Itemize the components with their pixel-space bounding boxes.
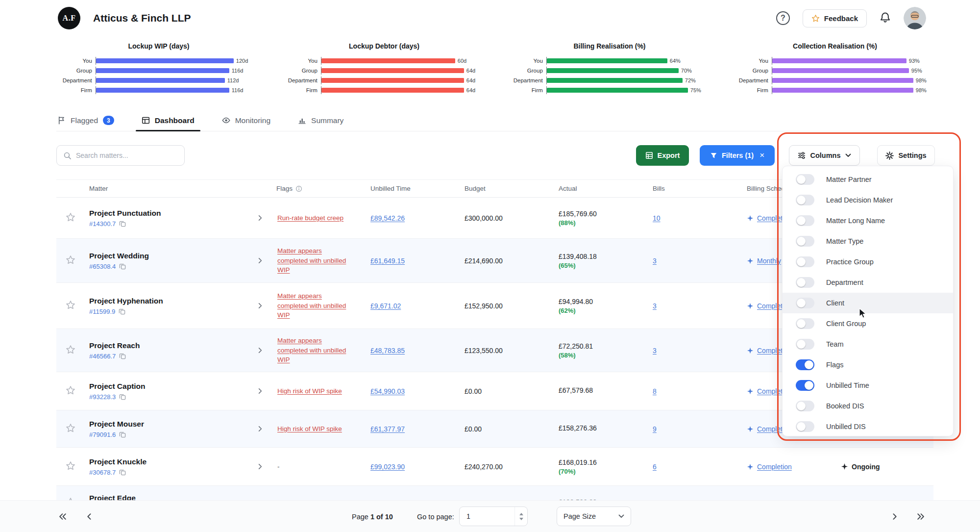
matter-name[interactable]: Project Edge xyxy=(89,494,136,500)
search-input[interactable] xyxy=(76,152,174,159)
matter-name[interactable]: Project Hyphenation xyxy=(89,297,163,305)
toggle-switch[interactable] xyxy=(796,401,814,411)
info-icon[interactable] xyxy=(295,185,302,192)
billing-schedule-link[interactable]: Monthly xyxy=(747,257,781,265)
search-box[interactable] xyxy=(56,145,185,166)
menu-item-department[interactable]: Department xyxy=(783,272,953,293)
unbilled-time-link[interactable]: £54,990.03 xyxy=(370,387,405,395)
menu-item-team[interactable]: Team xyxy=(783,334,953,355)
tab-dashboard[interactable]: Dashboard xyxy=(141,110,196,131)
menu-item-unbilled-dis[interactable]: Unbilled DIS xyxy=(783,416,953,436)
favorite-star-icon[interactable] xyxy=(66,461,75,473)
favorite-star-icon[interactable] xyxy=(66,300,75,312)
toggle-switch[interactable] xyxy=(796,359,814,370)
bills-link[interactable]: 9 xyxy=(653,425,657,433)
billing-schedule-link[interactable]: Completion xyxy=(747,463,792,471)
copy-icon[interactable] xyxy=(119,308,125,315)
unbilled-time-link[interactable]: £61,649.15 xyxy=(370,257,405,265)
toggle-switch[interactable] xyxy=(796,318,814,329)
matter-number[interactable]: #30678.7 xyxy=(89,469,147,476)
chevron-right-icon[interactable] xyxy=(256,425,264,432)
menu-item-practice-group[interactable]: Practice Group xyxy=(783,252,953,272)
filters-button[interactable]: Filters (1) × xyxy=(700,145,775,166)
toggle-switch[interactable] xyxy=(796,215,814,226)
bills-link[interactable]: 3 xyxy=(653,257,657,265)
favorite-star-icon[interactable] xyxy=(66,423,75,435)
toggle-switch[interactable] xyxy=(796,236,814,247)
matter-number[interactable]: #11599.9 xyxy=(89,308,163,315)
copy-icon[interactable] xyxy=(119,469,126,476)
chevron-right-icon[interactable] xyxy=(256,302,264,309)
toggle-switch[interactable] xyxy=(796,421,814,432)
toggle-switch[interactable] xyxy=(796,380,814,391)
toggle-switch[interactable] xyxy=(796,174,814,185)
matter-number[interactable]: #93228.3 xyxy=(89,393,146,401)
unbilled-time-link[interactable]: £48,783.85 xyxy=(370,347,405,355)
matter-number[interactable]: #65308.4 xyxy=(89,263,149,270)
chevron-right-icon[interactable] xyxy=(256,387,264,395)
favorite-star-icon[interactable] xyxy=(66,345,75,356)
menu-item-client[interactable]: Client xyxy=(783,293,953,313)
matter-name[interactable]: Project Knuckle xyxy=(89,457,147,466)
flag-link[interactable]: Run-rate budget creep xyxy=(277,213,343,223)
toggle-switch[interactable] xyxy=(796,195,814,205)
matter-number[interactable]: #79091.6 xyxy=(89,431,144,438)
matter-name[interactable]: Project Mouser xyxy=(89,420,144,429)
menu-item-matter-type[interactable]: Matter Type xyxy=(783,231,953,252)
notifications-bell-icon[interactable] xyxy=(880,12,891,25)
favorite-star-icon[interactable] xyxy=(66,385,75,397)
favorite-star-icon[interactable] xyxy=(66,212,75,224)
first-page-button[interactable] xyxy=(53,507,73,526)
last-page-button[interactable] xyxy=(910,507,930,526)
matter-name[interactable]: Project Caption xyxy=(89,382,146,391)
toggle-switch[interactable] xyxy=(796,298,814,308)
menu-item-booked-dis[interactable]: Booked DIS xyxy=(783,396,953,416)
copy-icon[interactable] xyxy=(119,220,126,227)
tab-summary[interactable]: Summary xyxy=(297,110,344,131)
flag-link[interactable]: High risk of WIP spike xyxy=(277,386,342,396)
toggle-switch[interactable] xyxy=(796,277,814,288)
avatar[interactable] xyxy=(904,7,926,29)
chevron-right-icon[interactable] xyxy=(256,347,264,354)
matter-name[interactable]: Project Reach xyxy=(89,341,140,350)
next-page-button[interactable] xyxy=(884,507,904,526)
menu-item-unbilled-time[interactable]: Unbilled Time xyxy=(783,375,953,396)
copy-icon[interactable] xyxy=(119,393,126,400)
chevron-right-icon[interactable] xyxy=(256,463,264,470)
page-size-select[interactable]: Page Size xyxy=(557,507,631,526)
copy-icon[interactable] xyxy=(119,263,126,270)
matter-number[interactable]: #14300.7 xyxy=(89,220,161,228)
matter-number[interactable]: #46566.7 xyxy=(89,353,140,360)
menu-item-lead-decision-maker[interactable]: Lead Decision Maker xyxy=(783,190,953,210)
tab-monitoring[interactable]: Monitoring xyxy=(221,110,271,131)
number-stepper[interactable] xyxy=(514,507,527,526)
toggle-switch[interactable] xyxy=(796,256,814,267)
increment-icon[interactable] xyxy=(519,513,523,515)
copy-icon[interactable] xyxy=(119,431,126,438)
goto-page-input[interactable] xyxy=(460,512,506,520)
bills-link[interactable]: 3 xyxy=(653,302,657,310)
flag-link[interactable]: Matter appears completed with unbilled W… xyxy=(277,291,352,320)
menu-item-flags[interactable]: Flags xyxy=(783,355,953,375)
matter-name[interactable]: Project Wedding xyxy=(89,252,149,260)
favorite-star-icon[interactable] xyxy=(66,255,75,267)
toggle-switch[interactable] xyxy=(796,339,814,350)
flag-link[interactable]: High risk of WIP spike xyxy=(277,424,342,434)
feedback-button[interactable]: Feedback xyxy=(803,9,867,27)
unbilled-time-link[interactable]: £9,671.02 xyxy=(370,302,401,310)
flag-link[interactable]: Matter appears completed with unbilled W… xyxy=(277,246,352,275)
bills-link[interactable]: 6 xyxy=(653,463,657,471)
unbilled-time-link[interactable]: £99,023.90 xyxy=(370,463,405,471)
copy-icon[interactable] xyxy=(119,353,126,359)
chevron-right-icon[interactable] xyxy=(256,214,264,222)
settings-button[interactable]: Settings xyxy=(877,145,935,166)
flag-link[interactable]: Matter appears completed with unbilled W… xyxy=(277,336,352,365)
flag-link[interactable]: - xyxy=(277,462,280,472)
help-icon[interactable] xyxy=(776,11,790,25)
export-button[interactable]: Export xyxy=(636,145,689,166)
bills-link[interactable]: 10 xyxy=(653,214,661,222)
tab-flagged[interactable]: Flagged 3 xyxy=(56,110,115,131)
menu-item-matter-partner[interactable]: Matter Partner xyxy=(783,169,953,190)
bills-link[interactable]: 8 xyxy=(653,387,657,395)
bills-link[interactable]: 3 xyxy=(653,347,657,355)
